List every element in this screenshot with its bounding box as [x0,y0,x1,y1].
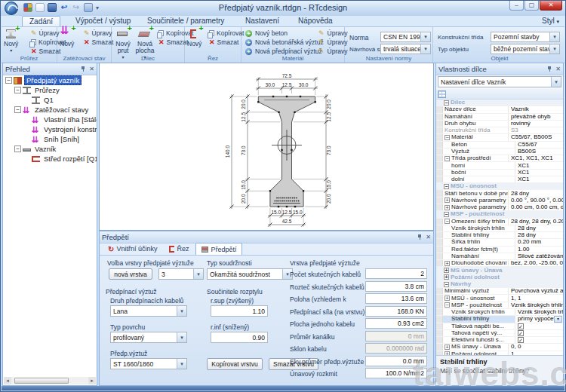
property-row[interactable]: +MS únavy - Únava0, 0 [436,344,563,351]
property-row[interactable]: Název dílceVazník [436,106,563,113]
tree-item[interactable]: Q1 [3,95,97,105]
expander-icon[interactable]: + [444,274,449,280]
property-row[interactable]: −MSP - použitelnostVznik širokých trhlin… [436,302,563,309]
cable-kind-select[interactable]: Lana▾ [110,305,187,317]
property-value[interactable]: 0.00 °, 90.00 °, 0.00 cm2/m, 1... [509,198,563,204]
property-value[interactable]: 28 dny [515,232,563,238]
expander-icon[interactable]: − [444,212,449,217]
tree-item[interactable]: ⇊Sníh [Sníh] [3,134,97,144]
property-row[interactable]: −Třída prostředíXC1, XC1, XC1 [436,155,563,162]
property-value[interactable]: Vznik širokých trhlin [515,309,563,315]
tree-expander-icon[interactable]: − [14,87,21,93]
property-value[interactable]: ✓ [515,337,563,343]
field-input[interactable]: 0.0 mm [365,356,427,366]
edit-prestress-steel-button[interactable]: ✎Úpravy [318,47,347,55]
dropdown-arrow-icon[interactable]: ▾ [554,316,562,322]
property-value[interactable]: XC1 [515,176,563,182]
expander-icon[interactable]: + [444,261,450,266]
scrollbar-thumb[interactable] [14,378,69,384]
copy-layer-button[interactable]: Kopírovat vrstvu [207,358,263,370]
style-menu-button[interactable]: Styl ▾ [542,17,559,25]
property-row[interactable]: Vznik širokých trhlinVznik širokých trhl… [436,309,563,316]
expander-icon[interactable]: − [444,156,450,161]
pin-icon[interactable] [417,234,423,240]
checkbox-checked-icon[interactable]: ✓ [518,337,524,343]
surface-type-select[interactable]: profilovaný▾ [110,332,187,343]
property-row[interactable]: Minimální výztužPovrchová výztuž a výztu… [436,288,563,295]
close-button[interactable]: ✕ [540,1,562,11]
maximize-button[interactable]: ▢ [524,1,539,11]
property-row[interactable]: Šířka trhlin0.20 mm [436,239,563,246]
property-group-row[interactable]: +Požární odolnost [436,274,563,281]
property-value[interactable]: 28 dny, 28 dny, 0.20 mm, 1.0... [509,219,563,225]
property-value[interactable]: Silové zatěžování [515,253,563,259]
close-icon[interactable]: ✕ [89,66,94,72]
tree-expander-icon[interactable]: − [14,106,21,113]
close-icon[interactable]: ✕ [426,234,431,240]
app-logo-icon[interactable] [5,2,18,15]
tree-item[interactable]: −Předpjatý vazník [3,75,97,85]
property-value[interactable]: ✓ [515,330,563,336]
tab-zadani[interactable]: Zadání [22,16,60,26]
property-value[interactable]: XC1 [515,162,563,168]
edit-loadcase-button[interactable]: ✎Úpravy [82,29,115,37]
tree-item[interactable]: ⇊Vystrojení konstrukce [Stá [3,124,97,134]
scroll-left-icon[interactable]: ◂ [4,377,11,384]
delete-loadcase-button[interactable]: ✕Smazat [82,38,115,46]
property-value[interactable]: 28 dny [509,190,563,196]
new-rebar-button[interactable]: +Nová betonářská výztuž [245,38,324,46]
tab-nastaveni[interactable]: Nastavení [238,16,286,26]
view-settings-icon[interactable] [84,3,93,12]
minimize-button[interactable]: – [509,1,524,11]
property-value[interactable]: 1.00 [515,247,563,253]
property-row[interactable]: BetonC55/67 [436,142,563,149]
property-row[interactable]: Stabilní trhliny28 dny [436,232,563,239]
pin-icon[interactable] [80,66,86,72]
property-value[interactable]: převážně ohyb [509,114,563,120]
property-row[interactable]: Namáhánípřevážně ohyb [436,114,563,121]
property-group-row[interactable]: −MSP - použitelnost [436,211,563,218]
expander-icon[interactable]: − [444,302,450,308]
field-input[interactable]: 3.8 cm [365,281,427,292]
property-group-row[interactable]: −MSÚ - únosnost [436,183,563,190]
tree-item[interactable]: −⇊Zatěžovací stavy [3,105,97,115]
qat-dropdown-icon[interactable]: ▾ [96,5,99,11]
tab-soucinitele-parametry[interactable]: Součinitele / parametry [140,16,231,26]
new-loadcase-button[interactable]: ⇊ Nový [60,29,74,47]
edit-rebar-button[interactable]: ✎Úpravy [318,38,347,46]
property-row[interactable]: bočníXC1 [436,170,563,176]
expander-icon[interactable]: + [444,345,450,350]
property-value[interactable]: C55/67, B500S [509,134,563,140]
field-input[interactable]: 168.0 KN [365,306,427,317]
new-section-button[interactable]: Nový▾ [4,29,18,54]
property-value[interactable]: XC1 [515,170,563,176]
copy-cut-button[interactable]: Kopírovat [208,29,245,37]
property-value[interactable]: Povrchová výztuž a výztuž n... [509,288,563,294]
tab-rez[interactable]: Řez [164,243,194,255]
edit-concrete-button[interactable]: ✎Úpravy [318,29,347,37]
property-row[interactable]: Tahová napětí vý...✓ [436,330,563,337]
property-row[interactable]: Red.faktor fctm(t)1.00 [436,247,563,253]
close-icon[interactable]: ✕ [555,66,561,72]
tab-predpeti[interactable]: Předpětí [195,243,242,255]
expander-icon[interactable]: − [444,282,449,287]
new-file-icon[interactable] [35,3,45,12]
property-value[interactable]: S3 [509,127,563,133]
property-value[interactable]: 1, 1 [509,295,563,301]
pin-icon[interactable] [546,66,552,72]
expander-icon[interactable]: − [444,219,450,224]
layer-number-select[interactable]: 3▾ [158,268,204,280]
field-input[interactable]: 13.6 cm [365,293,427,304]
field-input[interactable]: 100.0 N/mm2 [365,368,427,378]
property-group-row[interactable]: +MS únavy - Únava [436,267,563,274]
property-row[interactable]: Stabilní trhlinypřímý výpočet▾ [436,316,563,323]
property-row[interactable]: +Dlouhodobé chováníbez, 2.00, -25.00, 0.… [436,260,563,267]
property-group-row[interactable]: −Návrhy [436,281,563,288]
categorized-view-icon[interactable] [438,90,446,98]
horizontal-scrollbar[interactable]: ◂ ▸ [4,377,96,384]
norm-select[interactable]: CSN EN 1992-1-1▾ [380,32,431,42]
tree-expander-icon[interactable]: − [5,77,12,84]
design-situation-select[interactable]: trvalá situace▾ [380,44,431,54]
property-value[interactable]: C55/67 [515,142,563,148]
property-value[interactable]: 0.00 cm, 0.00 cm, drsný, 0 N... [509,204,563,210]
